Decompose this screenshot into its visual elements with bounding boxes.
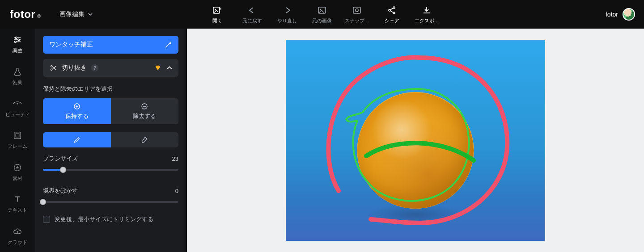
blur-value: 0 (175, 188, 178, 194)
svg-point-10 (18, 39, 20, 41)
svg-point-1 (215, 8, 216, 10)
rail-beauty-label: ビューティ (5, 111, 30, 118)
cutout-label: 切り抜き (62, 64, 87, 72)
remove-button[interactable]: 除去する (111, 98, 179, 124)
slider-thumb[interactable] (60, 167, 66, 173)
brand-logo[interactable]: fotor® (10, 8, 41, 21)
rail-cloud-label: クラウド (8, 239, 27, 246)
chevron-up-icon (167, 65, 172, 71)
share-icon (386, 5, 397, 16)
onetouch-label: ワンタッチ補正 (49, 41, 93, 49)
undo-label: 元に戻す (242, 17, 262, 24)
canvas-area[interactable] (187, 29, 644, 252)
canvas-image[interactable] (286, 40, 545, 241)
user-name: fotor (606, 11, 618, 18)
cloud-upload-icon (13, 227, 22, 236)
svg-point-3 (320, 8, 322, 10)
image-plus-icon (212, 5, 223, 16)
plus-circle-icon (73, 102, 81, 110)
mode-label: 画像編集 (59, 10, 85, 18)
frame-icon (13, 130, 22, 140)
brushsize-value: 23 (172, 155, 178, 162)
rail-adjust[interactable]: 調整 (0, 29, 35, 60)
cutout-section-header[interactable]: 切り抜き ? (43, 59, 178, 77)
magic-wand-icon (164, 41, 172, 49)
rail-sticker-label: 素材 (13, 175, 22, 182)
redo-icon (282, 5, 292, 16)
undo-button[interactable]: 元に戻す (239, 5, 266, 24)
left-rail: 調整 効果 ビューティ フレーム 素材 (0, 29, 35, 252)
star-badge-icon (13, 163, 22, 172)
remove-label: 除去する (133, 112, 156, 120)
svg-point-5 (356, 8, 358, 11)
rail-text-label: テキスト (8, 207, 27, 214)
eraser-button[interactable] (111, 132, 179, 147)
rail-frame-label: フレーム (8, 143, 27, 150)
redo-label: やり直し (277, 17, 297, 24)
rail-effect-label: 効果 (13, 80, 22, 86)
snapshot-label: スナップ… (345, 17, 369, 24)
brand-mark: ® (37, 14, 41, 19)
svg-rect-13 (14, 132, 21, 139)
svg-point-7 (393, 7, 395, 8)
open-button[interactable]: 開く (204, 5, 231, 24)
svg-point-11 (15, 41, 17, 43)
open-label: 開く (212, 17, 222, 24)
trim-checkbox-label: 変更後、最小サイズにトリミングする (55, 215, 153, 223)
sliders-icon (13, 35, 22, 45)
export-button[interactable]: エクスポ… (413, 5, 440, 24)
adjust-panel: ワンタッチ補正 切り抜き ? 保持と除去のエリアを (35, 29, 187, 252)
canvas-annotations (286, 40, 545, 241)
rail-effect[interactable]: 効果 (0, 60, 35, 92)
svg-rect-4 (353, 7, 360, 13)
pencil-icon (73, 136, 81, 144)
eye-icon (13, 99, 22, 109)
eraser-icon (140, 136, 148, 144)
rail-adjust-label: 調整 (13, 47, 22, 54)
redo-button[interactable]: やり直し (274, 5, 301, 24)
svg-rect-14 (16, 134, 19, 137)
help-icon[interactable]: ? (91, 64, 98, 71)
keep-remove-toggle: 保持する 除去する (43, 98, 178, 124)
chevron-down-icon (88, 12, 93, 17)
avatar (623, 8, 635, 21)
original-button[interactable]: 元の画像 (309, 5, 335, 24)
premium-diamond-icon (154, 64, 161, 71)
rail-text[interactable]: テキスト (0, 188, 35, 220)
rail-frame[interactable]: フレーム (0, 124, 35, 156)
mode-selector[interactable]: 画像編集 (59, 10, 93, 18)
user-menu[interactable]: fotor (606, 8, 635, 21)
flask-icon (13, 67, 22, 77)
svg-point-12 (17, 103, 18, 105)
brand-name: fotor (10, 8, 35, 21)
brush-button[interactable] (43, 132, 111, 147)
brushsize-label: ブラシサイズ (43, 155, 78, 163)
download-icon (421, 5, 432, 16)
blur-label: 境界をぼかす (43, 187, 78, 195)
keep-label: 保持する (65, 112, 89, 120)
export-label: エクスポ… (415, 17, 439, 24)
share-button[interactable]: シェア (378, 5, 405, 24)
undo-icon (247, 5, 258, 16)
snapshot-button[interactable]: スナップ… (343, 5, 370, 24)
blur-slider[interactable] (43, 197, 178, 206)
trim-checkbox[interactable] (43, 216, 50, 223)
text-icon (13, 194, 22, 204)
svg-point-9 (15, 37, 17, 39)
onetouch-button[interactable]: ワンタッチ補正 (43, 36, 178, 54)
section-title: 保持と除去のエリアを選択 (43, 85, 178, 93)
slider-track (43, 201, 178, 203)
top-tools: 開く 元に戻す やり直し 元の画像 スナップ… (204, 5, 440, 24)
svg-point-8 (393, 12, 395, 14)
original-label: 元の画像 (312, 17, 332, 24)
rail-cloud[interactable]: クラウド (0, 220, 35, 252)
minus-circle-icon (140, 102, 148, 110)
slider-thumb[interactable] (40, 199, 46, 205)
brushsize-slider[interactable] (43, 165, 178, 174)
rail-beauty[interactable]: ビューティ (0, 92, 35, 124)
svg-point-6 (389, 9, 390, 11)
keep-button[interactable]: 保持する (43, 98, 111, 124)
camera-icon (352, 5, 362, 16)
rail-sticker[interactable]: 素材 (0, 156, 35, 188)
original-image-icon (317, 5, 327, 16)
